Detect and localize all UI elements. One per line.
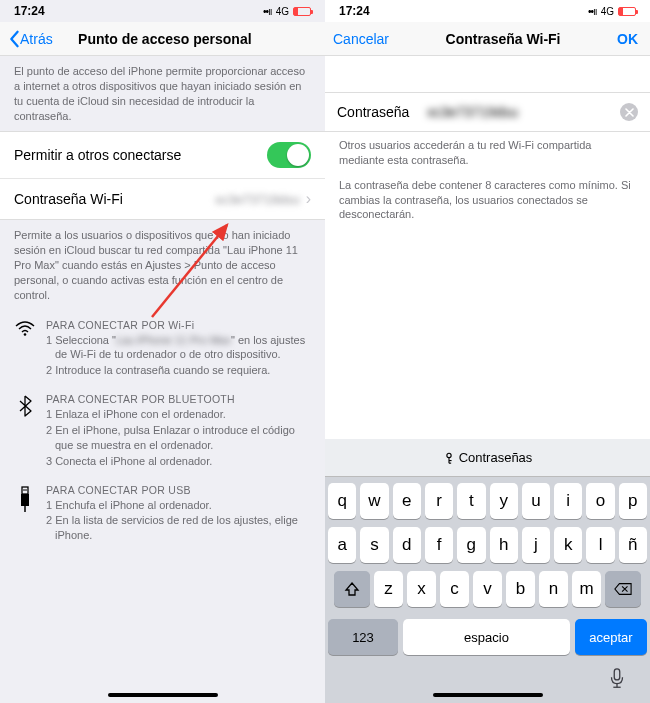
password-field-label: Contraseña [337, 104, 427, 120]
wifi-password-label: Contraseña Wi-Fi [14, 191, 215, 207]
status-right: ••ıı 4G [263, 6, 311, 17]
status-bar: 17:24 ••ıı 4G [0, 0, 325, 22]
accept-key[interactable]: aceptar [575, 619, 647, 655]
password-desc-2: La contraseña debe contener 8 caracteres… [325, 176, 650, 231]
usb-step: 1 Enchufa el iPhone al ordenador. [46, 498, 311, 513]
keyboard-suggestion-bar[interactable]: Contraseñas [325, 439, 650, 477]
key-c[interactable]: c [440, 571, 469, 607]
usb-section-title: PARA CONECTAR POR USB [46, 484, 311, 496]
numeric-key[interactable]: 123 [328, 619, 398, 655]
key-e[interactable]: e [393, 483, 421, 519]
bluetooth-icon [14, 393, 36, 469]
key-b[interactable]: b [506, 571, 535, 607]
key-h[interactable]: h [490, 527, 518, 563]
key-z[interactable]: z [374, 571, 403, 607]
wifi-password-edit-screen: 17:24 ••ıı 4G Cancelar Contraseña Wi-Fi … [325, 0, 650, 703]
keyboard: Contraseñas q w e r t y u i o p a s [325, 439, 650, 703]
key-v[interactable]: v [473, 571, 502, 607]
key-n[interactable]: n [539, 571, 568, 607]
allow-others-row[interactable]: Permitir a otros conectarse [0, 132, 325, 179]
wifi-icon [14, 319, 36, 380]
svg-rect-1 [22, 487, 28, 494]
key-u[interactable]: u [522, 483, 550, 519]
key-w[interactable]: w [360, 483, 388, 519]
signal-dots: ••ıı [263, 6, 272, 17]
key-m[interactable]: m [572, 571, 601, 607]
svg-rect-3 [26, 489, 27, 491]
key-p[interactable]: p [619, 483, 647, 519]
key-q[interactable]: q [328, 483, 356, 519]
suggestion-text: Contraseñas [459, 450, 533, 465]
space-key[interactable]: espacio [403, 619, 570, 655]
key-a[interactable]: a [328, 527, 356, 563]
svg-rect-2 [24, 489, 25, 491]
nav-bar: Cancelar Contraseña Wi-Fi OK [325, 22, 650, 56]
microphone-icon [608, 668, 626, 690]
bt-section-title: PARA CONECTAR POR BLUETOOTH [46, 393, 311, 405]
allow-others-toggle[interactable] [267, 142, 311, 168]
close-icon [625, 108, 634, 117]
mid-description: Permite a los usuarios o dispositivos qu… [0, 220, 325, 310]
allow-others-label: Permitir a otros conectarse [14, 147, 267, 163]
usb-section: PARA CONECTAR POR USB 1 Enchufa el iPhon… [0, 476, 325, 551]
key-f[interactable]: f [425, 527, 453, 563]
keyboard-bottom-row: 123 espacio aceptar [325, 619, 650, 659]
network-label: 4G [276, 6, 289, 17]
nav-bar: Atrás Punto de acceso personal [0, 22, 325, 56]
battery-icon [293, 7, 311, 16]
svg-rect-10 [614, 669, 620, 680]
key-g[interactable]: g [457, 527, 485, 563]
status-time: 17:24 [339, 4, 370, 18]
battery-icon [618, 7, 636, 16]
home-indicator[interactable] [433, 693, 543, 697]
usb-step: 2 En la lista de servicios de red de los… [46, 513, 311, 543]
key-icon [443, 452, 455, 464]
wifi-section-title: PARA CONECTAR POR Wi-Fi [46, 319, 311, 331]
status-time: 17:24 [14, 4, 45, 18]
key-x[interactable]: x [407, 571, 436, 607]
key-k[interactable]: k [554, 527, 582, 563]
password-input-row[interactable]: Contraseña xc3e73719dsu [325, 92, 650, 132]
status-bar: 17:24 ••ıı 4G [325, 0, 650, 22]
key-s[interactable]: s [360, 527, 388, 563]
hotspot-settings-screen: 17:24 ••ıı 4G Atrás Punto de acceso pers… [0, 0, 325, 703]
password-desc-1: Otros usuarios accederán a tu red Wi-Fi … [325, 132, 650, 176]
key-t[interactable]: t [457, 483, 485, 519]
ok-button[interactable]: OK [617, 31, 642, 47]
key-i[interactable]: i [554, 483, 582, 519]
key-d[interactable]: d [393, 527, 421, 563]
password-field-value[interactable]: xc3e73719dsu [427, 104, 620, 120]
content: El punto de acceso del iPhone permite pr… [0, 56, 325, 703]
home-indicator[interactable] [108, 693, 218, 697]
signal-dots: ••ıı [588, 6, 597, 17]
shift-key[interactable] [334, 571, 370, 607]
key-r[interactable]: r [425, 483, 453, 519]
clear-button[interactable] [620, 103, 638, 121]
wifi-password-value: xc3e73719dsu [215, 192, 300, 207]
key-y[interactable]: y [490, 483, 518, 519]
bt-step: 2 En el iPhone, pulsa Enlazar o introduc… [46, 423, 311, 453]
key-l[interactable]: l [586, 527, 614, 563]
keyboard-row-3: z x c v b n m [328, 571, 647, 607]
bt-step: 3 Conecta el iPhone al ordenador. [46, 454, 311, 469]
cancel-button[interactable]: Cancelar [333, 31, 389, 47]
page-title: Contraseña Wi-Fi [389, 31, 617, 47]
backspace-icon [614, 582, 632, 596]
shift-icon [344, 581, 360, 597]
wifi-step: 2 Introduce la contraseña cuando se requ… [46, 363, 311, 378]
delete-key[interactable] [605, 571, 641, 607]
status-right: ••ıı 4G [588, 6, 636, 17]
wifi-password-row[interactable]: Contraseña Wi-Fi xc3e73719dsu › [0, 179, 325, 219]
page-title: Punto de acceso personal [13, 31, 317, 47]
svg-point-6 [446, 453, 450, 457]
top-description: El punto de acceso del iPhone permite pr… [0, 56, 325, 131]
dictation-button[interactable] [608, 668, 626, 694]
chevron-right-icon: › [306, 190, 311, 208]
wifi-step: 1 Selecciona "Lau iPhone 11 Pro Max" en … [46, 333, 311, 363]
svg-point-0 [24, 333, 27, 336]
key-j[interactable]: j [522, 527, 550, 563]
bluetooth-section: PARA CONECTAR POR BLUETOOTH 1 Enlaza el … [0, 385, 325, 475]
settings-group: Permitir a otros conectarse Contraseña W… [0, 131, 325, 220]
key-enye[interactable]: ñ [619, 527, 647, 563]
key-o[interactable]: o [586, 483, 614, 519]
